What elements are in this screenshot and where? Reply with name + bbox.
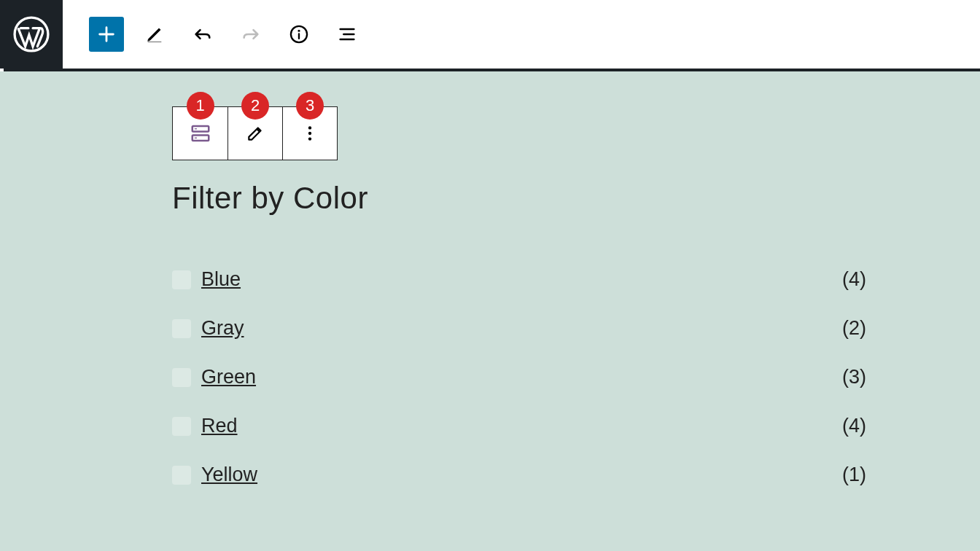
block-edit-button[interactable]: 2: [228, 107, 282, 160]
widget-icon: [190, 122, 211, 144]
list-item: Red (4): [172, 415, 866, 437]
filter-count: (1): [842, 464, 866, 486]
plus-icon: [96, 24, 117, 44]
block-toolbar: 1 2 3: [172, 106, 338, 160]
undo-button[interactable]: [185, 17, 220, 52]
svg-point-9: [308, 137, 311, 140]
more-vertical-icon: [300, 124, 319, 143]
list-item: Green (3): [172, 366, 866, 388]
filter-link-blue[interactable]: Blue: [201, 268, 241, 291]
pencil-icon: [144, 24, 165, 44]
checkbox[interactable]: [172, 368, 191, 387]
outline-button[interactable]: [330, 17, 365, 52]
edit-mode-button[interactable]: [137, 17, 172, 52]
add-block-button[interactable]: [89, 17, 124, 52]
redo-icon: [241, 24, 261, 44]
list-item: Blue (4): [172, 268, 866, 291]
filter-heading: Filter by Color: [172, 181, 871, 216]
svg-point-8: [308, 132, 311, 135]
info-icon: [289, 24, 309, 44]
list-view-icon: [337, 24, 357, 44]
wordpress-icon: [13, 16, 50, 52]
filter-link-red[interactable]: Red: [201, 415, 238, 437]
info-button[interactable]: [281, 17, 316, 52]
checkbox[interactable]: [172, 270, 191, 289]
color-filter-list: Blue (4) Gray (2) Green (3) Red (4): [172, 268, 866, 486]
filter-count: (2): [842, 317, 866, 340]
filter-count: (4): [842, 415, 866, 437]
checkbox[interactable]: [172, 319, 191, 338]
filter-count: (4): [842, 268, 866, 291]
block-type-button[interactable]: 1: [173, 107, 228, 160]
filter-link-green[interactable]: Green: [201, 366, 256, 388]
filter-link-gray[interactable]: Gray: [201, 317, 244, 340]
undo-icon: [192, 24, 213, 44]
pencil-outline-icon: [246, 124, 265, 143]
list-item: Yellow (1): [172, 464, 866, 486]
editor-canvas: 1 2 3 Filter by Color Blue (4) Gray (2): [0, 71, 980, 551]
annotation-badge-3: 3: [296, 92, 324, 120]
filter-count: (3): [842, 366, 866, 388]
redo-button[interactable]: [233, 17, 268, 52]
svg-point-2: [298, 30, 300, 32]
annotation-badge-2: 2: [241, 92, 269, 120]
checkbox[interactable]: [172, 417, 191, 436]
list-item: Gray (2): [172, 317, 866, 340]
editor-top-bar: [0, 0, 980, 69]
svg-rect-4: [194, 128, 196, 129]
wordpress-logo[interactable]: [0, 0, 63, 69]
block-options-button[interactable]: 3: [282, 107, 337, 160]
filter-link-yellow[interactable]: Yellow: [201, 464, 257, 486]
annotation-badge-1: 1: [187, 92, 214, 120]
checkbox[interactable]: [172, 466, 191, 485]
editor-toolbar: [63, 0, 365, 69]
svg-point-7: [308, 126, 311, 129]
svg-rect-6: [194, 138, 196, 138]
